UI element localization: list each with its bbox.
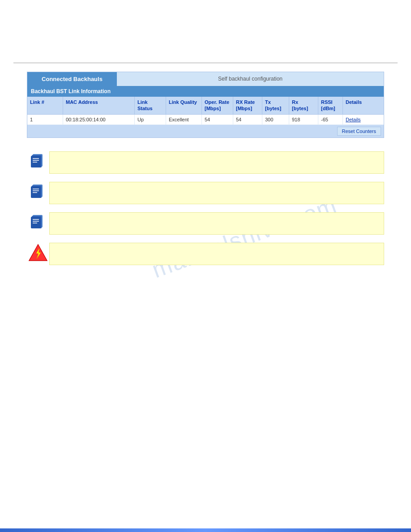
column-header-row: Link # MAC Address Link Status Link Qual…	[27, 97, 384, 115]
cell-link: 1	[27, 115, 63, 124]
table-row: 1 00:18:25:00:14:00 Up Excellent 54 54 3…	[27, 115, 384, 125]
book-icon-3	[31, 213, 45, 229]
col-header-oper-rate: Oper. Rate [Mbps]	[202, 97, 233, 114]
details-link[interactable]: Details	[346, 117, 361, 122]
note-item-2	[27, 182, 384, 204]
table-footer: Reset Counters	[27, 125, 384, 137]
svg-rect-8	[31, 186, 41, 198]
cell-rx-rate: 54	[233, 115, 262, 124]
col-header-link: Link #	[27, 97, 63, 114]
warning-text-box	[49, 243, 384, 265]
col-header-status: Link Status	[135, 97, 166, 114]
note-text-box-2	[49, 182, 384, 204]
col-header-rx: Rx [bytes]	[289, 97, 318, 114]
note-text-box-1	[49, 151, 384, 174]
book-icon-1	[31, 152, 45, 168]
tab-self-backhaul[interactable]: Self backhaul configuration	[117, 72, 384, 86]
cell-oper-rate: 54	[202, 115, 233, 124]
backhaul-table-container: Connected Backhauls Self backhaul config…	[27, 72, 384, 138]
warning-triangle-icon	[28, 244, 48, 262]
notes-section	[27, 151, 384, 235]
col-header-tx: Tx [bytes]	[262, 97, 289, 114]
book-icon-2	[31, 183, 45, 199]
note-icon-2	[27, 183, 49, 199]
svg-rect-14	[31, 217, 41, 228]
note-icon-1	[27, 152, 49, 168]
tab-connected-backhauls[interactable]: Connected Backhauls	[27, 72, 117, 86]
cell-mac: 00:18:25:00:14:00	[63, 115, 135, 124]
cell-details[interactable]: Details	[343, 115, 370, 124]
col-header-quality: Link Quality	[166, 97, 202, 114]
cell-tx: 300	[262, 115, 289, 124]
note-icon-3	[27, 213, 49, 229]
top-rule	[13, 63, 398, 63]
cell-rx: 918	[289, 115, 318, 124]
warning-item	[27, 243, 384, 265]
note-text-box-3	[49, 212, 384, 235]
col-header-rssi: RSSI [dBm]	[318, 97, 343, 114]
col-header-rx-rate: RX Rate [Mbps]	[233, 97, 262, 114]
note-item-3	[27, 212, 384, 235]
main-content: Connected Backhauls Self backhaul config…	[27, 72, 384, 273]
section-header: Backhaul BST Link Information	[27, 86, 384, 97]
cell-rssi: -65	[318, 115, 343, 124]
col-header-mac: MAC Address	[63, 97, 135, 114]
svg-rect-2	[31, 156, 41, 167]
note-item-1	[27, 151, 384, 174]
bottom-bar	[0, 528, 411, 532]
tab-row: Connected Backhauls Self backhaul config…	[27, 72, 384, 86]
warning-icon	[27, 244, 49, 262]
cell-status: Up	[135, 115, 166, 124]
col-header-details: Details	[343, 97, 370, 114]
cell-quality: Excellent	[166, 115, 202, 124]
reset-counters-button[interactable]: Reset Counters	[337, 127, 381, 136]
